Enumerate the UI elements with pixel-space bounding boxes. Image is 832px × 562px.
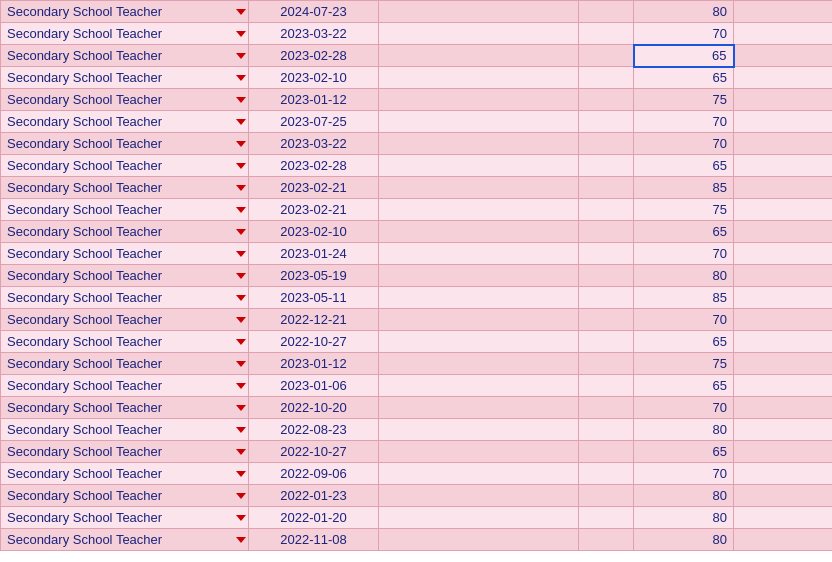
table-row[interactable]: Secondary School Teacher2023-05-1980 xyxy=(1,265,833,287)
table-row[interactable]: Secondary School Teacher2023-03-2270 xyxy=(1,133,833,155)
empty-cell-1 xyxy=(379,353,579,375)
extra-cell xyxy=(734,353,833,375)
table-row[interactable]: Secondary School Teacher2022-12-2170 xyxy=(1,309,833,331)
date-cell: 2023-05-11 xyxy=(249,287,379,309)
score-cell[interactable]: 80 xyxy=(634,265,734,287)
score-cell[interactable]: 70 xyxy=(634,243,734,265)
empty-cell-2 xyxy=(579,111,634,133)
score-cell[interactable]: 70 xyxy=(634,133,734,155)
score-cell[interactable]: 80 xyxy=(634,419,734,441)
score-cell[interactable]: 65 xyxy=(634,155,734,177)
score-cell[interactable]: 65 xyxy=(634,441,734,463)
table-row[interactable]: Secondary School Teacher2023-01-2470 xyxy=(1,243,833,265)
table-row[interactable]: Secondary School Teacher2022-01-2380 xyxy=(1,485,833,507)
date-cell: 2023-01-24 xyxy=(249,243,379,265)
date-cell: 2023-03-22 xyxy=(249,23,379,45)
table-row[interactable]: Secondary School Teacher2023-01-0665 xyxy=(1,375,833,397)
date-cell: 2023-07-25 xyxy=(249,111,379,133)
empty-cell-2 xyxy=(579,309,634,331)
table-row[interactable]: Secondary School Teacher2023-07-2570 xyxy=(1,111,833,133)
empty-cell-2 xyxy=(579,507,634,529)
date-cell: 2022-10-27 xyxy=(249,331,379,353)
empty-cell-1 xyxy=(379,23,579,45)
table-row[interactable]: Secondary School Teacher2022-11-0880 xyxy=(1,529,833,551)
extra-cell xyxy=(734,463,833,485)
empty-cell-2 xyxy=(579,1,634,23)
score-cell[interactable]: 75 xyxy=(634,89,734,111)
extra-cell xyxy=(734,287,833,309)
date-cell: 2023-01-06 xyxy=(249,375,379,397)
table-row[interactable]: Secondary School Teacher2022-01-2080 xyxy=(1,507,833,529)
table-row[interactable]: Secondary School Teacher2023-02-2185 xyxy=(1,177,833,199)
score-cell[interactable]: 65 xyxy=(634,45,734,67)
empty-cell-1 xyxy=(379,221,579,243)
table-row[interactable]: Secondary School Teacher2023-02-2175 xyxy=(1,199,833,221)
score-cell[interactable]: 70 xyxy=(634,463,734,485)
job-title-cell: Secondary School Teacher xyxy=(1,133,249,155)
table-row[interactable]: Secondary School Teacher2022-10-2070 xyxy=(1,397,833,419)
empty-cell-1 xyxy=(379,45,579,67)
table-row[interactable]: Secondary School Teacher2023-02-1065 xyxy=(1,221,833,243)
empty-cell-2 xyxy=(579,221,634,243)
date-cell: 2022-11-08 xyxy=(249,529,379,551)
table-row[interactable]: Secondary School Teacher2023-03-2270 xyxy=(1,23,833,45)
date-cell: 2022-01-20 xyxy=(249,507,379,529)
date-cell: 2023-01-12 xyxy=(249,89,379,111)
score-cell[interactable]: 70 xyxy=(634,309,734,331)
job-title-cell: Secondary School Teacher xyxy=(1,419,249,441)
table-row[interactable]: Secondary School Teacher2023-05-1185 xyxy=(1,287,833,309)
job-title-cell: Secondary School Teacher xyxy=(1,529,249,551)
table-row[interactable]: Secondary School Teacher2022-10-2765 xyxy=(1,441,833,463)
table-row[interactable]: Secondary School Teacher2023-02-1065 xyxy=(1,67,833,89)
date-cell: 2023-02-10 xyxy=(249,221,379,243)
table-row[interactable]: Secondary School Teacher2023-02-2865 xyxy=(1,155,833,177)
extra-cell xyxy=(734,221,833,243)
date-cell: 2022-08-23 xyxy=(249,419,379,441)
job-title-cell: Secondary School Teacher xyxy=(1,309,249,331)
empty-cell-1 xyxy=(379,199,579,221)
score-cell[interactable]: 80 xyxy=(634,1,734,23)
score-cell[interactable]: 85 xyxy=(634,177,734,199)
empty-cell-2 xyxy=(579,45,634,67)
job-title-cell: Secondary School Teacher xyxy=(1,463,249,485)
extra-cell xyxy=(734,111,833,133)
empty-cell-2 xyxy=(579,67,634,89)
extra-cell xyxy=(734,419,833,441)
table-row[interactable]: Secondary School Teacher2023-01-1275 xyxy=(1,353,833,375)
job-title-cell: Secondary School Teacher xyxy=(1,353,249,375)
job-title-cell: Secondary School Teacher xyxy=(1,243,249,265)
date-cell: 2023-01-12 xyxy=(249,353,379,375)
score-cell[interactable]: 80 xyxy=(634,529,734,551)
empty-cell-2 xyxy=(579,177,634,199)
date-cell: 2023-02-21 xyxy=(249,177,379,199)
empty-cell-1 xyxy=(379,243,579,265)
job-title-cell: Secondary School Teacher xyxy=(1,507,249,529)
score-cell[interactable]: 70 xyxy=(634,397,734,419)
score-cell[interactable]: 65 xyxy=(634,331,734,353)
score-cell[interactable]: 65 xyxy=(634,375,734,397)
extra-cell xyxy=(734,155,833,177)
score-cell[interactable]: 65 xyxy=(634,221,734,243)
score-cell[interactable]: 65 xyxy=(634,67,734,89)
extra-cell xyxy=(734,133,833,155)
score-cell[interactable]: 70 xyxy=(634,111,734,133)
empty-cell-2 xyxy=(579,89,634,111)
table-row[interactable]: Secondary School Teacher2022-08-2380 xyxy=(1,419,833,441)
table-row[interactable]: Secondary School Teacher2024-07-2380 xyxy=(1,1,833,23)
table-row[interactable]: Secondary School Teacher2022-09-0670 xyxy=(1,463,833,485)
empty-cell-2 xyxy=(579,529,634,551)
table-row[interactable]: Secondary School Teacher2022-10-2765 xyxy=(1,331,833,353)
score-cell[interactable]: 75 xyxy=(634,353,734,375)
table-row[interactable]: Secondary School Teacher2023-02-2865 xyxy=(1,45,833,67)
score-cell[interactable]: 80 xyxy=(634,485,734,507)
score-cell[interactable]: 70 xyxy=(634,23,734,45)
empty-cell-1 xyxy=(379,397,579,419)
empty-cell-1 xyxy=(379,67,579,89)
score-cell[interactable]: 80 xyxy=(634,507,734,529)
extra-cell xyxy=(734,309,833,331)
table-row[interactable]: Secondary School Teacher2023-01-1275 xyxy=(1,89,833,111)
score-cell[interactable]: 75 xyxy=(634,199,734,221)
extra-cell xyxy=(734,67,833,89)
score-cell[interactable]: 85 xyxy=(634,287,734,309)
job-title-cell: Secondary School Teacher xyxy=(1,221,249,243)
